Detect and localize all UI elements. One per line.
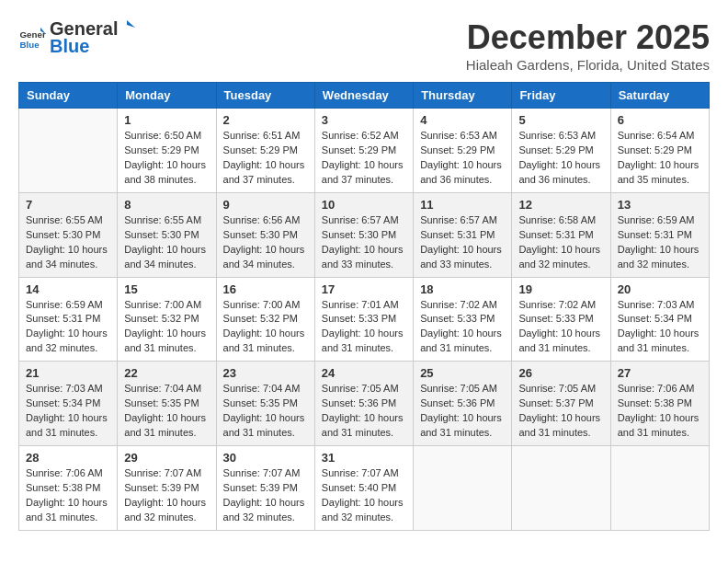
calendar-week-row: 28Sunrise: 7:06 AMSunset: 5:38 PMDayligh… — [19, 446, 710, 531]
header-day-saturday: Saturday — [610, 83, 709, 109]
day-info: Sunrise: 7:00 AMSunset: 5:32 PMDaylight:… — [124, 298, 209, 357]
logo: General Blue General Blue — [18, 18, 136, 57]
calendar-cell: 20Sunrise: 7:03 AMSunset: 5:34 PMDayligh… — [610, 277, 709, 362]
svg-marker-3 — [127, 20, 135, 28]
svg-text:Blue: Blue — [20, 40, 40, 50]
calendar-cell: 18Sunrise: 7:02 AMSunset: 5:33 PMDayligh… — [414, 277, 512, 362]
calendar-cell: 15Sunrise: 7:00 AMSunset: 5:32 PMDayligh… — [118, 277, 216, 362]
day-number: 9 — [223, 198, 308, 212]
day-number: 19 — [518, 282, 603, 296]
day-number: 20 — [618, 282, 702, 296]
day-number: 3 — [322, 113, 406, 127]
calendar-cell: 25Sunrise: 7:05 AMSunset: 5:36 PMDayligh… — [414, 362, 512, 446]
day-number: 2 — [223, 113, 308, 127]
header-day-thursday: Thursday — [414, 83, 512, 109]
day-info: Sunrise: 6:53 AMSunset: 5:29 PMDaylight:… — [420, 129, 505, 188]
calendar-week-row: 14Sunrise: 6:59 AMSunset: 5:31 PMDayligh… — [19, 277, 710, 362]
day-info: Sunrise: 6:56 AMSunset: 5:30 PMDaylight:… — [223, 213, 308, 272]
calendar-cell: 23Sunrise: 7:04 AMSunset: 5:35 PMDayligh… — [216, 362, 314, 446]
header-day-wednesday: Wednesday — [314, 83, 413, 109]
calendar-week-row: 7Sunrise: 6:55 AMSunset: 5:30 PMDaylight… — [19, 192, 710, 277]
day-number: 18 — [420, 282, 505, 296]
calendar-cell: 30Sunrise: 7:07 AMSunset: 5:39 PMDayligh… — [216, 446, 314, 531]
day-info: Sunrise: 6:57 AMSunset: 5:30 PMDaylight:… — [322, 213, 406, 272]
day-number: 25 — [420, 366, 505, 380]
day-number: 1 — [124, 113, 209, 127]
logo-bird-icon — [119, 18, 135, 35]
calendar-cell: 7Sunrise: 6:55 AMSunset: 5:30 PMDaylight… — [19, 192, 118, 277]
calendar-week-row: 1Sunrise: 6:50 AMSunset: 5:29 PMDaylight… — [19, 109, 710, 193]
header-day-tuesday: Tuesday — [216, 83, 314, 109]
day-info: Sunrise: 7:03 AMSunset: 5:34 PMDaylight:… — [26, 382, 110, 441]
calendar-cell: 16Sunrise: 7:00 AMSunset: 5:32 PMDayligh… — [216, 277, 314, 362]
page-header: General Blue General Blue December 2025 … — [18, 18, 710, 73]
day-info: Sunrise: 7:02 AMSunset: 5:33 PMDaylight:… — [518, 298, 603, 357]
day-info: Sunrise: 6:53 AMSunset: 5:29 PMDaylight:… — [518, 129, 603, 188]
calendar-cell: 11Sunrise: 6:57 AMSunset: 5:31 PMDayligh… — [414, 192, 512, 277]
calendar-cell: 27Sunrise: 7:06 AMSunset: 5:38 PMDayligh… — [610, 362, 709, 446]
day-info: Sunrise: 6:55 AMSunset: 5:30 PMDaylight:… — [26, 213, 110, 272]
day-info: Sunrise: 7:07 AMSunset: 5:39 PMDaylight:… — [223, 466, 308, 525]
day-number: 30 — [223, 451, 308, 465]
day-info: Sunrise: 7:04 AMSunset: 5:35 PMDaylight:… — [124, 382, 209, 441]
calendar-cell: 9Sunrise: 6:56 AMSunset: 5:30 PMDaylight… — [216, 192, 314, 277]
calendar-cell: 2Sunrise: 6:51 AMSunset: 5:29 PMDaylight… — [216, 109, 314, 193]
day-info: Sunrise: 6:59 AMSunset: 5:31 PMDaylight:… — [26, 298, 110, 357]
calendar-cell: 3Sunrise: 6:52 AMSunset: 5:29 PMDaylight… — [314, 109, 413, 193]
day-number: 14 — [26, 282, 110, 296]
day-number: 17 — [322, 282, 406, 296]
calendar-cell: 31Sunrise: 7:07 AMSunset: 5:40 PMDayligh… — [314, 446, 413, 531]
day-info: Sunrise: 7:01 AMSunset: 5:33 PMDaylight:… — [322, 298, 406, 357]
day-info: Sunrise: 6:59 AMSunset: 5:31 PMDaylight:… — [618, 213, 702, 272]
day-number: 5 — [518, 113, 603, 127]
day-number: 8 — [124, 198, 209, 212]
day-info: Sunrise: 7:05 AMSunset: 5:36 PMDaylight:… — [420, 382, 505, 441]
location-subtitle: Hialeah Gardens, Florida, United States — [466, 57, 710, 73]
day-number: 28 — [26, 451, 110, 465]
day-number: 10 — [322, 198, 406, 212]
day-number: 4 — [420, 113, 505, 127]
day-number: 6 — [618, 113, 702, 127]
day-info: Sunrise: 7:06 AMSunset: 5:38 PMDaylight:… — [618, 382, 702, 441]
day-number: 22 — [124, 366, 209, 380]
day-number: 24 — [322, 366, 406, 380]
day-info: Sunrise: 7:05 AMSunset: 5:36 PMDaylight:… — [322, 382, 406, 441]
day-number: 13 — [618, 198, 702, 212]
title-area: December 2025 Hialeah Gardens, Florida, … — [466, 18, 710, 73]
calendar-cell: 17Sunrise: 7:01 AMSunset: 5:33 PMDayligh… — [314, 277, 413, 362]
day-number: 29 — [124, 451, 209, 465]
calendar-cell: 8Sunrise: 6:55 AMSunset: 5:30 PMDaylight… — [118, 192, 216, 277]
calendar-cell: 10Sunrise: 6:57 AMSunset: 5:30 PMDayligh… — [314, 192, 413, 277]
day-info: Sunrise: 6:50 AMSunset: 5:29 PMDaylight:… — [124, 129, 209, 188]
calendar-cell: 5Sunrise: 6:53 AMSunset: 5:29 PMDaylight… — [512, 109, 610, 193]
day-number: 21 — [26, 366, 110, 380]
day-info: Sunrise: 6:54 AMSunset: 5:29 PMDaylight:… — [618, 129, 702, 188]
day-info: Sunrise: 7:07 AMSunset: 5:40 PMDaylight:… — [322, 466, 406, 525]
day-number: 12 — [518, 198, 603, 212]
header-day-monday: Monday — [118, 83, 216, 109]
calendar-cell: 13Sunrise: 6:59 AMSunset: 5:31 PMDayligh… — [610, 192, 709, 277]
calendar-week-row: 21Sunrise: 7:03 AMSunset: 5:34 PMDayligh… — [19, 362, 710, 446]
calendar-cell — [414, 446, 512, 531]
day-number: 16 — [223, 282, 308, 296]
day-number: 26 — [518, 366, 603, 380]
day-number: 15 — [124, 282, 209, 296]
calendar-cell: 28Sunrise: 7:06 AMSunset: 5:38 PMDayligh… — [19, 446, 118, 531]
day-number: 23 — [223, 366, 308, 380]
calendar-cell: 12Sunrise: 6:58 AMSunset: 5:31 PMDayligh… — [512, 192, 610, 277]
day-info: Sunrise: 6:52 AMSunset: 5:29 PMDaylight:… — [322, 129, 406, 188]
calendar-cell: 22Sunrise: 7:04 AMSunset: 5:35 PMDayligh… — [118, 362, 216, 446]
day-info: Sunrise: 7:06 AMSunset: 5:38 PMDaylight:… — [26, 466, 110, 525]
calendar-cell — [512, 446, 610, 531]
header-day-friday: Friday — [512, 83, 610, 109]
calendar-cell: 21Sunrise: 7:03 AMSunset: 5:34 PMDayligh… — [19, 362, 118, 446]
day-info: Sunrise: 7:05 AMSunset: 5:37 PMDaylight:… — [518, 382, 603, 441]
day-number: 31 — [322, 451, 406, 465]
day-info: Sunrise: 6:55 AMSunset: 5:30 PMDaylight:… — [124, 213, 209, 272]
month-year-title: December 2025 — [466, 18, 710, 57]
calendar-header-row: SundayMondayTuesdayWednesdayThursdayFrid… — [19, 83, 710, 109]
calendar-cell — [610, 446, 709, 531]
calendar-cell — [19, 109, 118, 193]
day-info: Sunrise: 7:00 AMSunset: 5:32 PMDaylight:… — [223, 298, 308, 357]
calendar-cell: 6Sunrise: 6:54 AMSunset: 5:29 PMDaylight… — [610, 109, 709, 193]
